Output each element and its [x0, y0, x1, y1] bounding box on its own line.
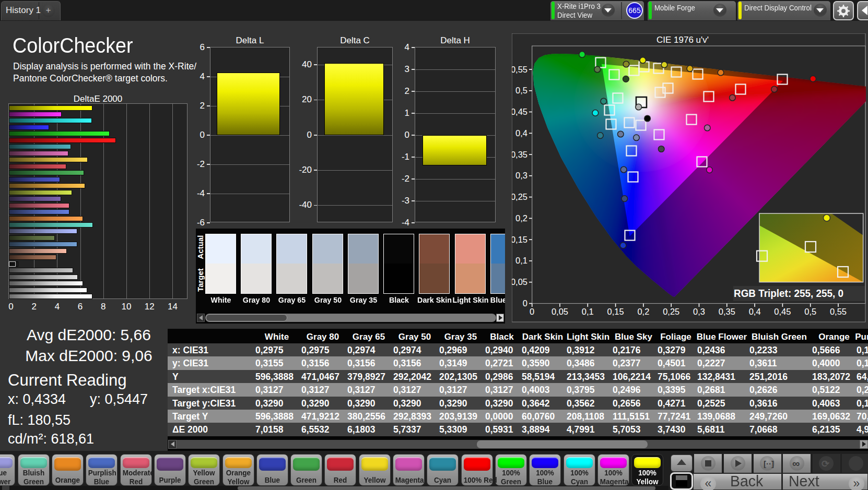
- svg-text:0,25: 0,25: [663, 307, 679, 316]
- svg-text:0,4: 0,4: [749, 307, 761, 316]
- svg-text:0,25: 0,25: [512, 192, 527, 201]
- svg-text:0,05: 0,05: [512, 277, 527, 286]
- svg-text:0,3: 0,3: [693, 307, 705, 316]
- svg-text:0,45: 0,45: [774, 307, 791, 316]
- svg-text:0,2: 0,2: [637, 307, 649, 316]
- svg-text:0,35: 0,35: [512, 150, 527, 159]
- svg-text:0: 0: [530, 307, 534, 316]
- svg-text:0,05: 0,05: [552, 307, 568, 316]
- svg-text:0,4: 0,4: [515, 128, 527, 138]
- svg-text:CIE 1976 u'v': CIE 1976 u'v': [656, 35, 709, 45]
- svg-text:0,15: 0,15: [607, 307, 624, 316]
- svg-text:0,55: 0,55: [512, 65, 527, 74]
- svg-text:0,35: 0,35: [719, 307, 735, 316]
- svg-text:0: 0: [523, 298, 527, 308]
- svg-text:0,5: 0,5: [515, 86, 527, 95]
- svg-text:0,2: 0,2: [515, 213, 527, 223]
- svg-text:0,3: 0,3: [515, 171, 527, 180]
- svg-text:0,45: 0,45: [512, 107, 527, 116]
- svg-text:RGB Triplet: 255, 255, 0: RGB Triplet: 255, 255, 0: [734, 287, 843, 299]
- svg-text:0,1: 0,1: [582, 307, 594, 316]
- svg-text:0,15: 0,15: [512, 235, 527, 244]
- svg-text:0,5: 0,5: [804, 307, 816, 316]
- svg-text:0,1: 0,1: [515, 256, 527, 265]
- svg-text:0,55: 0,55: [830, 307, 847, 316]
